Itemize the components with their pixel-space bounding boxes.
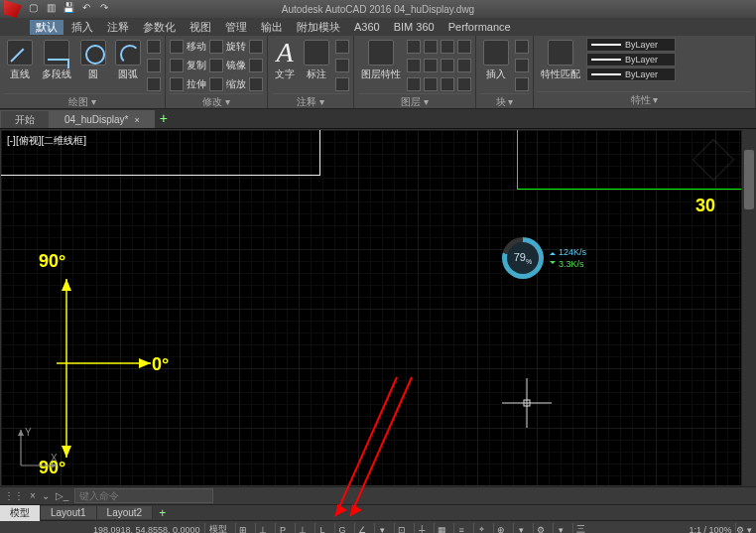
status-transparency-icon[interactable]: ≡ (453, 523, 469, 534)
layer-tool-2[interactable] (407, 57, 471, 74)
app-logo-icon[interactable] (4, 0, 22, 18)
cmd-close-icon[interactable]: × (30, 490, 36, 501)
panel-label-draw[interactable]: 绘图 ▾ (4, 93, 161, 110)
scrollbar-thumb[interactable] (744, 150, 754, 209)
tab-performance[interactable]: Performance (442, 21, 517, 33)
status-cycling-icon[interactable]: ⌖ (473, 523, 489, 534)
layout-tab-2[interactable]: Layout2 (97, 506, 154, 519)
status-drop-2[interactable]: ▾ (513, 523, 529, 534)
ucs-icon[interactable]: X Y (13, 424, 63, 473)
stretch-button[interactable]: 拉伸 (170, 75, 206, 93)
layer-tool-3[interactable] (407, 75, 471, 93)
panel-label-layers[interactable]: 图层 ▾ (358, 93, 471, 110)
dimension-button[interactable]: 标注 (301, 38, 332, 83)
tab-output[interactable]: 输出 (255, 20, 289, 35)
text-button[interactable]: A文字 (272, 38, 298, 83)
tab-view[interactable]: 视图 (184, 20, 217, 35)
panel-label-annotation[interactable]: 注释 ▾ (272, 93, 349, 110)
draw-extra-3[interactable] (147, 75, 161, 93)
block-extra-2[interactable] (515, 57, 529, 74)
status-annomon-icon[interactable]: ⊕ (493, 523, 509, 534)
qat-open-icon[interactable]: ▥ (44, 2, 58, 16)
qat-new-icon[interactable]: ▢ (26, 2, 40, 16)
tab-parametric[interactable]: 参数化 (137, 20, 182, 35)
polyline-button[interactable]: 多段线 (39, 38, 74, 83)
modify-extra-3[interactable] (249, 75, 263, 93)
layout-tab-1[interactable]: Layout1 (41, 506, 97, 519)
viewcube[interactable] (692, 138, 735, 182)
linetype-bylayer-dropdown[interactable]: ByLayer (586, 53, 676, 67)
status-l-icon[interactable]: L (315, 523, 330, 534)
performance-widget[interactable]: 79% 124K/s 3.3K/s (502, 237, 586, 279)
tab-annotate[interactable]: 注释 (101, 20, 135, 35)
annot-extra-2[interactable] (335, 57, 349, 74)
block-extra-1[interactable] (515, 38, 529, 56)
lineweight-bylayer-dropdown[interactable]: ByLayer (586, 67, 676, 81)
status-workspace-icon[interactable]: ⚙ (533, 523, 549, 534)
cmd-recent-icon[interactable]: ⌄ (42, 490, 50, 501)
file-tab-start[interactable]: 开始 (0, 110, 50, 128)
cmd-handle-icon[interactable]: ⋮⋮ (4, 490, 24, 501)
draw-extra-1[interactable] (147, 38, 161, 56)
match-properties-button[interactable]: 特性匹配 (538, 38, 583, 83)
layer-tool-1[interactable] (407, 38, 471, 56)
copy-button[interactable]: 复制 (170, 57, 206, 74)
status-p-icon[interactable]: P (275, 523, 291, 534)
block-extra-3[interactable] (515, 75, 529, 93)
panel-label-properties[interactable]: 特性 ▾ (538, 91, 751, 108)
mirror-button[interactable]: 镜像 (209, 57, 246, 74)
layer-properties-button[interactable]: 图层特性 (358, 38, 404, 83)
layers-icon (368, 40, 394, 66)
tab-insert[interactable]: 插入 (65, 20, 99, 35)
cmd-prompt-icon: ▷_ (56, 490, 69, 501)
tab-addins[interactable]: 附加模块 (291, 20, 346, 35)
qat-save-icon[interactable]: 💾 (62, 2, 75, 16)
qat-redo-icon[interactable]: ↷ (97, 2, 111, 16)
draw-extra-2[interactable] (147, 57, 161, 74)
modify-extra-1[interactable] (249, 38, 263, 56)
compass-arrows (57, 279, 176, 477)
file-tab-current[interactable]: 04_huDisplay*× (50, 110, 155, 128)
modify-extra-2[interactable] (249, 57, 263, 74)
panel-label-block[interactable]: 块 ▾ (480, 93, 529, 110)
new-tab-button[interactable]: + (155, 110, 173, 128)
coordinates-readout[interactable]: 198.0918, 54.8558, 0.0000 (93, 525, 200, 534)
vertical-scrollbar[interactable] (741, 130, 755, 485)
status-drop-3[interactable]: ▾ (553, 523, 568, 534)
status-lwt-icon[interactable]: ▦ (434, 523, 449, 534)
status-space[interactable]: 模型 (204, 523, 231, 534)
tab-manage[interactable]: 管理 (219, 20, 253, 35)
status-polar-icon[interactable]: ∠ (354, 523, 370, 534)
drawing-area[interactable]: [-][俯视][二维线框] 90° 0° 90° 30 X Y 79% 124K… (0, 129, 756, 486)
move-button[interactable]: 移动 (170, 38, 206, 56)
arc-button[interactable]: 圆弧 (112, 38, 144, 83)
insert-block-button[interactable]: 插入 (480, 38, 512, 83)
status-grid-icon[interactable]: ⊞ (235, 523, 251, 534)
rotate-button[interactable]: 旋转 (209, 38, 246, 56)
line-button[interactable]: 直线 (4, 38, 36, 83)
status-otrack-icon[interactable]: ┼ (414, 523, 430, 534)
status-snap-icon[interactable]: ⊥ (255, 523, 271, 534)
zoom-readout[interactable]: 1:1 / 100% (689, 525, 731, 534)
text-icon: A (276, 40, 293, 66)
status-g-icon[interactable]: G (334, 523, 350, 534)
annot-extra-3[interactable] (335, 75, 349, 93)
tab-default[interactable]: 默认 (30, 20, 63, 35)
tab-a360[interactable]: A360 (348, 21, 386, 33)
color-bylayer-dropdown[interactable]: ByLayer (586, 38, 676, 52)
scale-button[interactable]: 缩放 (209, 75, 246, 93)
qat-undo-icon[interactable]: ↶ (79, 2, 93, 16)
close-tab-icon[interactable]: × (135, 115, 140, 125)
status-osnap-icon[interactable]: ⊡ (394, 523, 410, 534)
panel-label-modify[interactable]: 修改 ▾ (170, 93, 263, 110)
command-input[interactable] (74, 488, 213, 503)
status-ortho-icon[interactable]: ⊥ (295, 523, 311, 534)
layout-tab-model[interactable]: 模型 (0, 505, 41, 521)
annot-extra-1[interactable] (335, 38, 349, 56)
circle-button[interactable]: 圆 (77, 38, 109, 83)
status-drop-1[interactable]: ▾ (374, 523, 390, 534)
add-layout-button[interactable]: + (153, 506, 172, 520)
tab-bim360[interactable]: BIM 360 (388, 21, 441, 33)
status-custom-icon[interactable]: 三 (572, 523, 588, 534)
status-settings-icon[interactable]: ⚙ ▾ (735, 523, 752, 534)
